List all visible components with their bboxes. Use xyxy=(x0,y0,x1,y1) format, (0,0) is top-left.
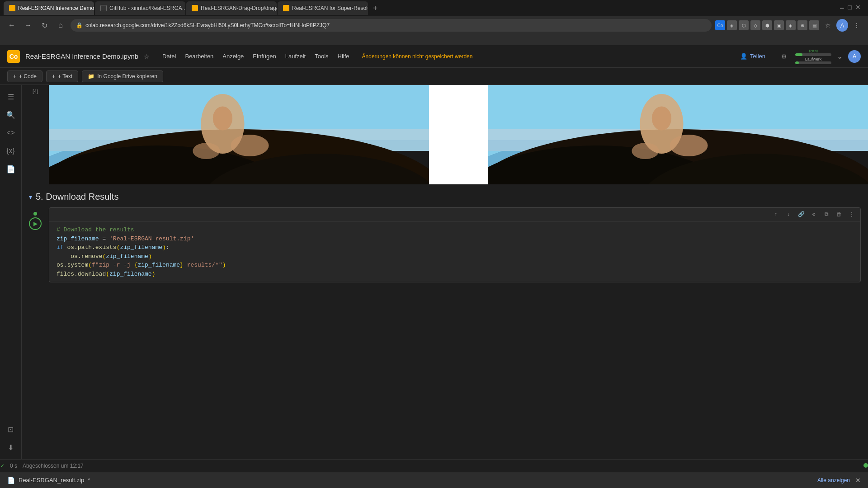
move-up-icon[interactable]: ↑ xyxy=(771,210,781,220)
ext-icon-3[interactable]: ⬡ xyxy=(739,20,749,30)
browser-nav-actions: Co ◈ ⬡ ◇ ⬢ ▣ ◈ ⊕ ▤ ☆ A ⋮ xyxy=(715,19,863,31)
code-line-6: files.download(zip_filename) xyxy=(57,270,853,279)
download-file-icon: 📄 xyxy=(7,477,15,484)
menu-laufzeit[interactable]: Laufzeit xyxy=(282,51,310,61)
svg-point-18 xyxy=(670,135,708,156)
menu-tools[interactable]: Tools xyxy=(311,51,332,61)
colab-logo: Co xyxy=(7,50,20,63)
extension-icons: Co ◈ ⬡ ◇ ⬢ ▣ ◈ ⊕ ▤ xyxy=(715,20,819,30)
notebook-title[interactable]: Real-ESRGAN Inference Demo.ipynb xyxy=(25,52,138,60)
image-comparison xyxy=(49,85,868,184)
browser-nav: ← → ↻ ⌂ 🔒 colab.research.google.com/driv… xyxy=(0,16,868,34)
tab-4-label: Real-ESRGAN for Super-Resolut... xyxy=(292,5,368,11)
menu-anzeige[interactable]: Anzeige xyxy=(219,51,247,61)
close-window-button[interactable]: ✕ xyxy=(855,4,861,13)
menu-einfuegen[interactable]: Einfügen xyxy=(249,51,279,61)
collapse-button[interactable]: ⌄ xyxy=(837,52,843,61)
address-bar[interactable]: 🔒 colab.research.google.com/drive/1k2Zod… xyxy=(71,19,712,32)
move-down-icon[interactable]: ↓ xyxy=(783,210,793,220)
ext-icon-2[interactable]: ◈ xyxy=(727,20,737,30)
show-all-downloads[interactable]: Alle anzeigen xyxy=(817,477,850,483)
code-cell-wrapper: ▶ ↑ ↓ 🔗 ⚙ ⧉ 🗑 xyxy=(22,207,861,282)
copy-drive-button[interactable]: 📁 In Google Drive kopieren xyxy=(82,70,163,82)
download-bar-close[interactable]: ✕ xyxy=(855,477,861,484)
status-completed-text: Abgeschlossen um 12:17 xyxy=(23,463,84,469)
cell-4-content xyxy=(49,85,868,184)
sidebar-search-icon[interactable]: 🔍 xyxy=(3,107,19,123)
cell-4-wrapper: [4] xyxy=(22,85,868,184)
back-button[interactable]: ← xyxy=(5,19,18,32)
run-cell-button[interactable]: ▶ xyxy=(29,217,42,230)
bookmark-icon[interactable]: ☆ xyxy=(822,19,834,31)
add-text-button[interactable]: + + Text xyxy=(46,70,78,82)
tab-favicon-2 xyxy=(100,5,107,11)
code-line-3: if os.path.exists(zip_filename): xyxy=(57,243,853,252)
ext-icon-1[interactable]: Co xyxy=(715,20,725,30)
add-code-button[interactable]: + + Code xyxy=(7,70,42,82)
settings-cell-icon[interactable]: ⚙ xyxy=(809,210,819,220)
ext-icon-8[interactable]: ⊕ xyxy=(797,20,807,30)
green-connection-dot xyxy=(863,463,868,468)
tab-favicon-4 xyxy=(283,5,289,11)
share-button[interactable]: 👤 Teilen xyxy=(733,50,773,62)
delete-cell-icon[interactable]: 🗑 xyxy=(834,210,844,220)
add-code-label: + Code xyxy=(19,73,37,80)
tab-4[interactable]: Real-ESRGAN for Super-Resolut... ✕ xyxy=(278,1,368,15)
svg-point-8 xyxy=(231,135,269,156)
ext-icon-5[interactable]: ⬢ xyxy=(762,20,772,30)
cell-4-number: [4] xyxy=(33,89,38,94)
new-tab-button[interactable]: + xyxy=(369,2,382,14)
code-body[interactable]: ↑ ↓ 🔗 ⚙ ⧉ 🗑 ⋮ # Download the results xyxy=(49,207,861,282)
profile-icon[interactable]: A xyxy=(836,19,848,31)
svg-point-19 xyxy=(632,143,659,159)
menu-datei[interactable]: Datei xyxy=(159,51,179,61)
sidebar-vars-icon[interactable]: {x} xyxy=(3,143,19,159)
star-icon[interactable]: ☆ xyxy=(144,53,150,60)
plus-code-icon: + xyxy=(13,73,16,80)
more-options-icon[interactable]: ⋮ xyxy=(851,19,863,31)
code-line-4: os.remove(zip_filename) xyxy=(57,252,853,261)
svg-point-7 xyxy=(213,107,232,131)
code-lines: # Download the results zip_filename = 'R… xyxy=(49,222,860,282)
notebook-content[interactable]: [4] xyxy=(22,85,868,459)
home-button[interactable]: ⌂ xyxy=(54,19,67,32)
copy-drive-label: In Google Drive kopieren xyxy=(97,73,157,80)
sidebar-bottom-icon[interactable]: ⬇ xyxy=(3,439,19,455)
ext-icon-7[interactable]: ◈ xyxy=(786,20,796,30)
reload-button[interactable]: ↻ xyxy=(38,19,51,32)
image-left xyxy=(49,85,429,184)
settings-icon[interactable]: ⚙ xyxy=(778,51,790,62)
tab-2[interactable]: GitHub - xinntao/Real-ESRGA... ✕ xyxy=(95,1,185,15)
disk-bar xyxy=(795,61,831,64)
menu-bearbeiten[interactable]: Bearbeiten xyxy=(181,51,217,61)
download-chevron-icon[interactable]: ^ xyxy=(88,477,90,483)
sidebar-code-icon[interactable]: <> xyxy=(3,125,19,141)
ext-icon-4[interactable]: ◇ xyxy=(750,20,760,30)
image-right-svg xyxy=(488,85,868,184)
forward-button[interactable]: → xyxy=(22,19,34,32)
sidebar-files-icon[interactable]: 📄 xyxy=(3,161,19,177)
tab-1[interactable]: Real-ESRGAN Inference Demo.i... ✕ xyxy=(4,1,94,15)
share-label: Teilen xyxy=(750,53,765,60)
more-cell-icon[interactable]: ⋮ xyxy=(847,210,857,220)
profile-avatar[interactable]: A xyxy=(836,19,848,32)
menu-hilfe[interactable]: Hilfe xyxy=(334,51,353,61)
status-check-icon: ✓ xyxy=(0,463,5,469)
header-right: 👤 Teilen ⚙ RAM Laufwerk ⌄ A xyxy=(733,49,861,64)
header-avatar[interactable]: A xyxy=(848,50,861,63)
tab-2-label: GitHub - xinntao/Real-ESRGA... xyxy=(109,5,185,11)
tab-bar: Real-ESRGAN Inference Demo.i... ✕ GitHub… xyxy=(0,0,868,16)
tab-favicon-3 xyxy=(192,5,198,11)
sidebar-terminal-icon[interactable]: ⊡ xyxy=(3,421,19,437)
sidebar-toc-icon[interactable]: ☰ xyxy=(3,89,19,105)
minimize-button[interactable]: − xyxy=(840,4,844,13)
maximize-button[interactable]: □ xyxy=(848,4,852,13)
drive-icon: 📁 xyxy=(88,73,94,80)
copy-cell-icon[interactable]: ⧉ xyxy=(821,210,831,220)
ext-icon-9[interactable]: ▤ xyxy=(809,20,819,30)
tab-3[interactable]: Real-ESRGAN-Drag-Drop/drag&... ✕ xyxy=(186,1,277,15)
ext-icon-6[interactable]: ▣ xyxy=(774,20,784,30)
status-time: 0 s xyxy=(10,463,17,469)
link-icon[interactable]: 🔗 xyxy=(796,210,806,220)
section-collapse-icon[interactable]: ▾ xyxy=(29,193,32,201)
